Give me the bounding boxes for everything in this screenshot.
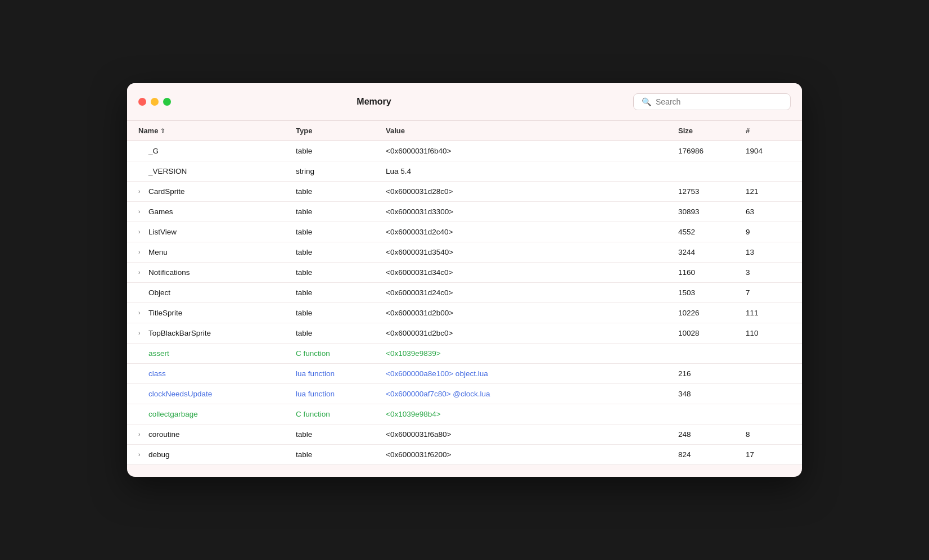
cell-value: <0x6000031d3540>: [386, 248, 678, 256]
cell-size: 348: [678, 390, 746, 398]
col-count-header: #: [746, 127, 791, 135]
cell-type: string: [296, 167, 386, 175]
expand-arrow-icon: ›: [138, 209, 145, 215]
cell-value: <0x6000031d3300>: [386, 207, 678, 216]
cell-name: ›CardSprite: [138, 187, 296, 196]
table-row[interactable]: collectgarbageC function<0x1039e98b4>: [127, 404, 802, 424]
name-text: ListView: [148, 228, 177, 236]
cell-count: 13: [746, 248, 791, 256]
name-text: _G: [148, 147, 159, 155]
cell-size: 824: [678, 450, 746, 459]
table-header: Name ⇧ Type Value Size #: [127, 121, 802, 141]
cell-type: table: [296, 248, 386, 256]
cell-value: <0x6000031d2bc0>: [386, 329, 678, 337]
cell-type: table: [296, 207, 386, 216]
cell-type: table: [296, 329, 386, 337]
col-value-header: Value: [386, 127, 678, 135]
expand-arrow-icon: ›: [138, 249, 145, 255]
expand-arrow-icon: ›: [138, 451, 145, 458]
table-row[interactable]: clockNeedsUpdatelua function<0x600000af7…: [127, 384, 802, 404]
search-input[interactable]: [656, 97, 782, 106]
cell-type: C function: [296, 410, 386, 418]
cell-value: <0x6000031f6200>: [386, 450, 678, 459]
cell-count: 9: [746, 228, 791, 236]
window-title: Memory: [127, 97, 626, 107]
name-text: collectgarbage: [148, 410, 198, 418]
table-row[interactable]: ›TopBlackBarSpritetable<0x6000031d2bc0>1…: [127, 323, 802, 344]
cell-size: 12753: [678, 187, 746, 196]
cell-value: <0x1039e9839>: [386, 349, 678, 358]
cell-size: 10028: [678, 329, 746, 337]
expand-arrow-icon: ›: [138, 229, 145, 235]
table-row[interactable]: _Gtable<0x6000031f6b40>1769861904: [127, 141, 802, 161]
sort-arrow-icon: ⇧: [160, 128, 165, 134]
cell-name: ›Games: [138, 207, 296, 216]
cell-name: ›TitleSprite: [138, 309, 296, 317]
table-row[interactable]: ›Notificationstable<0x6000031d34c0>11603: [127, 263, 802, 283]
name-text: Notifications: [148, 268, 190, 277]
table-row[interactable]: classlua function<0x600000a8e100> object…: [127, 364, 802, 384]
cell-count: 1904: [746, 147, 791, 155]
name-text: _VERSION: [148, 167, 187, 175]
cell-type: table: [296, 309, 386, 317]
cell-name: ›coroutine: [138, 430, 296, 439]
name-text: Games: [148, 207, 173, 216]
cell-value: <0x6000031d34c0>: [386, 268, 678, 277]
table-row[interactable]: ›coroutinetable<0x6000031f6a80>2488: [127, 424, 802, 445]
table-row[interactable]: _VERSIONstringLua 5.4: [127, 161, 802, 182]
table-body: _Gtable<0x6000031f6b40>1769861904_VERSIO…: [127, 141, 802, 465]
cell-name: class: [138, 369, 296, 378]
cell-name: collectgarbage: [138, 410, 296, 418]
cell-size: 30893: [678, 207, 746, 216]
col-size-header: Size: [678, 127, 746, 135]
cell-name: ›Menu: [138, 248, 296, 256]
cell-value: <0x600000a8e100> object.lua: [386, 369, 678, 378]
cell-name: _G: [138, 147, 296, 155]
cell-count: 8: [746, 430, 791, 439]
name-text: Menu: [148, 248, 168, 256]
cell-count: 63: [746, 207, 791, 216]
name-text: TopBlackBarSprite: [148, 329, 211, 337]
cell-type: lua function: [296, 390, 386, 398]
cell-type: table: [296, 228, 386, 236]
expand-arrow-icon: ›: [138, 269, 145, 276]
cell-size: 176986: [678, 147, 746, 155]
cell-count: 17: [746, 450, 791, 459]
cell-value: <0x6000031d2c40>: [386, 228, 678, 236]
titlebar: Memory 🔍: [127, 83, 802, 121]
memory-window: Memory 🔍 Name ⇧ Type Value Size #: [127, 83, 802, 477]
table-row[interactable]: ›CardSpritetable<0x6000031d28c0>12753121: [127, 182, 802, 202]
expand-arrow-icon: ›: [138, 310, 145, 316]
cell-type: table: [296, 430, 386, 439]
cell-value: <0x6000031f6a80>: [386, 430, 678, 439]
cell-type: table: [296, 288, 386, 297]
cell-value: <0x6000031d24c0>: [386, 288, 678, 297]
cell-type: lua function: [296, 369, 386, 378]
cell-count: 110: [746, 329, 791, 337]
search-icon: 🔍: [642, 97, 651, 106]
cell-value: <0x6000031d28c0>: [386, 187, 678, 196]
cell-name: assert: [138, 349, 296, 358]
cell-count: 121: [746, 187, 791, 196]
table-row[interactable]: ›TitleSpritetable<0x6000031d2b00>1022611…: [127, 303, 802, 323]
table-row[interactable]: Objecttable<0x6000031d24c0>15037: [127, 283, 802, 303]
table-row[interactable]: assertC function<0x1039e9839>: [127, 344, 802, 364]
name-text: coroutine: [148, 430, 180, 439]
cell-name: ›debug: [138, 450, 296, 459]
name-text: assert: [148, 349, 169, 358]
cell-name: ›TopBlackBarSprite: [138, 329, 296, 337]
table-row[interactable]: ›debugtable<0x6000031f6200>82417: [127, 445, 802, 465]
cell-type: table: [296, 147, 386, 155]
cell-value: Lua 5.4: [386, 167, 678, 175]
cell-size: 3244: [678, 248, 746, 256]
cell-value: <0x6000031f6b40>: [386, 147, 678, 155]
name-text: TitleSprite: [148, 309, 182, 317]
table-row[interactable]: ›Gamestable<0x6000031d3300>3089363: [127, 202, 802, 222]
search-box[interactable]: 🔍: [633, 93, 791, 110]
table-row[interactable]: ›ListViewtable<0x6000031d2c40>45529: [127, 222, 802, 242]
cell-type: table: [296, 450, 386, 459]
cell-value: <0x600000af7c80> @clock.lua: [386, 390, 678, 398]
name-text: CardSprite: [148, 187, 185, 196]
cell-name: ›ListView: [138, 228, 296, 236]
table-row[interactable]: ›Menutable<0x6000031d3540>324413: [127, 242, 802, 263]
